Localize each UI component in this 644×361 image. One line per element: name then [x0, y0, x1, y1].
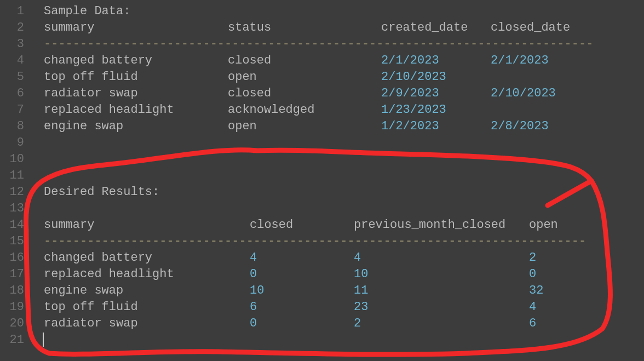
- cell-closed: 6: [250, 299, 354, 316]
- table-row: changed battery442: [44, 250, 644, 266]
- line-number: 7: [0, 102, 37, 118]
- cell-open: 2: [529, 250, 536, 266]
- line-number: 19: [0, 299, 37, 316]
- header-created-date: created_date: [381, 20, 491, 36]
- line-number: 20: [0, 316, 37, 332]
- table-row: engine swapopen1/2/20232/8/2023: [44, 118, 644, 135]
- code-editor[interactable]: 1 2 3 4 5 6 7 8 9 10 11 12 13 14 15 16 1…: [0, 0, 644, 361]
- cell-created: 2/9/2023: [381, 85, 491, 102]
- section-title: Sample Data:: [44, 3, 644, 20]
- line-number: 3: [0, 36, 37, 53]
- cell-open: 6: [529, 316, 536, 332]
- table-row: top off fluidopen2/10/2023: [44, 69, 644, 85]
- cell-prev: 11: [354, 283, 529, 299]
- line-number: 5: [0, 69, 37, 85]
- header-summary: summary: [44, 217, 250, 233]
- line-number-gutter: 1 2 3 4 5 6 7 8 9 10 11 12 13 14 15 16 1…: [0, 0, 37, 361]
- cell-summary: engine swap: [44, 118, 228, 135]
- cell-summary: radiator swap: [44, 85, 228, 102]
- cell-status: closed: [228, 85, 381, 102]
- cell-created: 2/10/2023: [381, 69, 491, 85]
- header-closed: closed: [250, 217, 354, 233]
- separator: ----------------------------------------…: [44, 233, 644, 250]
- cell-status: closed: [228, 53, 381, 69]
- line-number: 18: [0, 283, 37, 299]
- cell-closed: 2/10/2023: [491, 85, 556, 102]
- editor-content[interactable]: Sample Data: summarystatuscreated_datecl…: [37, 0, 644, 361]
- empty-line: [44, 200, 644, 217]
- cell-prev: 2: [354, 316, 529, 332]
- line-number: 2: [0, 20, 37, 36]
- cell-status: open: [228, 118, 381, 135]
- cell-summary: changed battery: [44, 250, 250, 266]
- cell-summary: changed battery: [44, 53, 228, 69]
- cell-prev: 4: [354, 250, 529, 266]
- cell-summary: radiator swap: [44, 316, 250, 332]
- cell-created: 1/2/2023: [381, 118, 491, 135]
- table-row: replaced headlight0100: [44, 266, 644, 283]
- cell-summary: replaced headlight: [44, 102, 228, 118]
- section-title: Desired Results:: [44, 184, 644, 200]
- table-row: changed batteryclosed2/1/20232/1/2023: [44, 53, 644, 69]
- empty-line: [44, 151, 644, 168]
- table-row: replaced headlightacknowledged1/23/2023: [44, 102, 644, 118]
- line-number: 4: [0, 53, 37, 69]
- text-cursor: [43, 333, 44, 347]
- cell-closed: 0: [250, 316, 354, 332]
- empty-line: [44, 168, 644, 184]
- header-open: open: [529, 217, 558, 233]
- cell-summary: top off fluid: [44, 299, 250, 316]
- cell-summary: top off fluid: [44, 69, 228, 85]
- table-header: summarystatuscreated_dateclosed_date: [44, 20, 644, 36]
- line-number: 14: [0, 217, 37, 233]
- header-summary: summary: [44, 20, 228, 36]
- cell-closed: 2/8/2023: [491, 118, 549, 135]
- line-number: 15: [0, 233, 37, 250]
- cell-prev: 10: [354, 266, 529, 283]
- line-number: 17: [0, 266, 37, 283]
- separator: ----------------------------------------…: [44, 36, 644, 53]
- table-row: radiator swapclosed2/9/20232/10/2023: [44, 85, 644, 102]
- line-number: 12: [0, 184, 37, 200]
- cell-closed: 4: [250, 250, 354, 266]
- line-number: 13: [0, 200, 37, 217]
- cell-closed: 10: [250, 283, 354, 299]
- line-number: 11: [0, 168, 37, 184]
- empty-line: [44, 135, 644, 151]
- cell-closed: 2/1/2023: [491, 53, 549, 69]
- line-number: 8: [0, 118, 37, 135]
- cell-closed: 0: [250, 266, 354, 283]
- cell-summary: engine swap: [44, 283, 250, 299]
- cell-open: 4: [529, 299, 536, 316]
- table-header: summaryclosedprevious_month_closedopen: [44, 217, 644, 233]
- line-number: 21: [0, 332, 37, 348]
- cell-prev: 23: [354, 299, 529, 316]
- line-number: 1: [0, 3, 37, 20]
- header-status: status: [228, 20, 381, 36]
- header-prev-month: previous_month_closed: [354, 217, 529, 233]
- cell-summary: replaced headlight: [44, 266, 250, 283]
- cell-created: 1/23/2023: [381, 102, 491, 118]
- line-number: 16: [0, 250, 37, 266]
- line-number: 6: [0, 85, 37, 102]
- line-number: 10: [0, 151, 37, 168]
- cell-status: open: [228, 69, 381, 85]
- table-row: radiator swap026: [44, 316, 644, 332]
- cell-open: 0: [529, 266, 536, 283]
- empty-line: [44, 332, 644, 348]
- cell-status: acknowledged: [228, 102, 381, 118]
- line-number: 9: [0, 135, 37, 151]
- header-closed-date: closed_date: [491, 20, 570, 36]
- table-row: engine swap101132: [44, 283, 644, 299]
- cell-created: 2/1/2023: [381, 53, 491, 69]
- cell-open: 32: [529, 283, 543, 299]
- table-row: top off fluid6234: [44, 299, 644, 316]
